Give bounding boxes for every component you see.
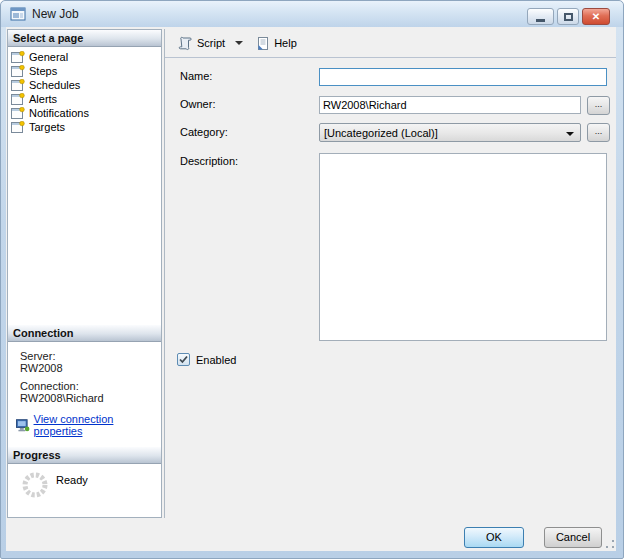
category-selected-value: [Uncategorized (Local)] bbox=[324, 127, 438, 139]
chevron-down-icon bbox=[566, 132, 574, 136]
page-icon bbox=[11, 107, 27, 119]
page-icon bbox=[11, 65, 27, 77]
page-tree: General Steps Schedules Alerts Notificat… bbox=[11, 50, 159, 134]
owner-label: Owner: bbox=[180, 98, 215, 110]
category-browse-button[interactable]: ... bbox=[587, 123, 610, 142]
sidebar-item-targets[interactable]: Targets bbox=[11, 120, 159, 134]
page-icon bbox=[11, 79, 27, 91]
main-pane: Script Help Name: Owner: bbox=[164, 29, 616, 518]
sidebar-item-general[interactable]: General bbox=[11, 50, 159, 64]
window-title: New Job bbox=[32, 7, 79, 21]
help-button[interactable]: Help bbox=[251, 34, 301, 53]
close-icon: ✕ bbox=[592, 11, 600, 22]
sidebar-item-schedules[interactable]: Schedules bbox=[11, 78, 159, 92]
close-button[interactable]: ✕ bbox=[582, 8, 610, 25]
toolbar: Script Help bbox=[165, 29, 616, 58]
help-icon bbox=[255, 36, 270, 51]
name-label: Name: bbox=[180, 70, 212, 82]
sidebar-item-label: Steps bbox=[29, 65, 57, 77]
maximize-button[interactable] bbox=[557, 8, 579, 25]
cancel-button[interactable]: Cancel bbox=[544, 527, 602, 548]
titlebar[interactable]: New Job ✕ bbox=[1, 1, 623, 27]
page-icon bbox=[11, 51, 27, 63]
script-button-label: Script bbox=[197, 37, 225, 49]
script-button[interactable]: Script bbox=[173, 34, 229, 53]
category-dropdown[interactable]: [Uncategorized (Local)] bbox=[319, 123, 581, 142]
page-icon bbox=[11, 121, 27, 133]
minimize-button[interactable] bbox=[527, 8, 554, 25]
ok-button[interactable]: OK bbox=[464, 527, 524, 548]
description-label: Description: bbox=[180, 155, 238, 167]
script-icon bbox=[177, 36, 193, 51]
dialog-body: Select a page General Steps Schedules Al… bbox=[6, 27, 616, 551]
app-icon bbox=[10, 7, 26, 21]
server-value: RW2008 bbox=[20, 362, 63, 374]
sidebar-item-label: Targets bbox=[29, 121, 65, 133]
category-label: Category: bbox=[180, 126, 228, 138]
sidebar: Select a page General Steps Schedules Al… bbox=[7, 29, 162, 518]
connection-properties-icon bbox=[16, 419, 30, 432]
enabled-checkbox-row[interactable]: Enabled bbox=[177, 353, 236, 366]
server-label: Server: bbox=[20, 350, 55, 362]
progress-status: Ready bbox=[56, 474, 88, 486]
sidebar-item-alerts[interactable]: Alerts bbox=[11, 92, 159, 106]
owner-browse-button[interactable]: ... bbox=[587, 96, 610, 115]
checkmark-icon bbox=[179, 355, 188, 364]
progress-spinner-icon bbox=[20, 470, 50, 502]
help-button-label: Help bbox=[274, 37, 297, 49]
resize-grip[interactable] bbox=[605, 539, 615, 549]
description-textarea[interactable] bbox=[319, 153, 607, 341]
sidebar-item-label: Alerts bbox=[29, 93, 57, 105]
name-input[interactable] bbox=[319, 68, 607, 86]
enabled-checkbox[interactable] bbox=[177, 353, 190, 366]
sidebar-item-label: Schedules bbox=[29, 79, 80, 91]
progress-header: Progress bbox=[8, 447, 161, 464]
sidebar-item-steps[interactable]: Steps bbox=[11, 64, 159, 78]
connection-label: Connection: bbox=[20, 380, 79, 392]
connection-header: Connection bbox=[8, 325, 161, 342]
minimize-icon bbox=[536, 19, 545, 22]
select-a-page-header: Select a page bbox=[8, 30, 161, 47]
view-connection-properties-link[interactable]: View connection properties bbox=[34, 413, 161, 437]
view-connection-properties[interactable]: View connection properties bbox=[16, 413, 161, 437]
new-job-dialog: New Job ✕ Select a page General Steps Sc… bbox=[0, 0, 624, 559]
sidebar-item-notifications[interactable]: Notifications bbox=[11, 106, 159, 120]
sidebar-item-label: Notifications bbox=[29, 107, 89, 119]
maximize-icon bbox=[564, 13, 573, 21]
script-dropdown-caret-icon[interactable] bbox=[235, 41, 243, 45]
enabled-label: Enabled bbox=[196, 354, 236, 366]
owner-input[interactable] bbox=[319, 96, 581, 114]
sidebar-item-label: General bbox=[29, 51, 68, 63]
page-icon bbox=[11, 93, 27, 105]
connection-value: RW2008\Richard bbox=[20, 392, 104, 404]
